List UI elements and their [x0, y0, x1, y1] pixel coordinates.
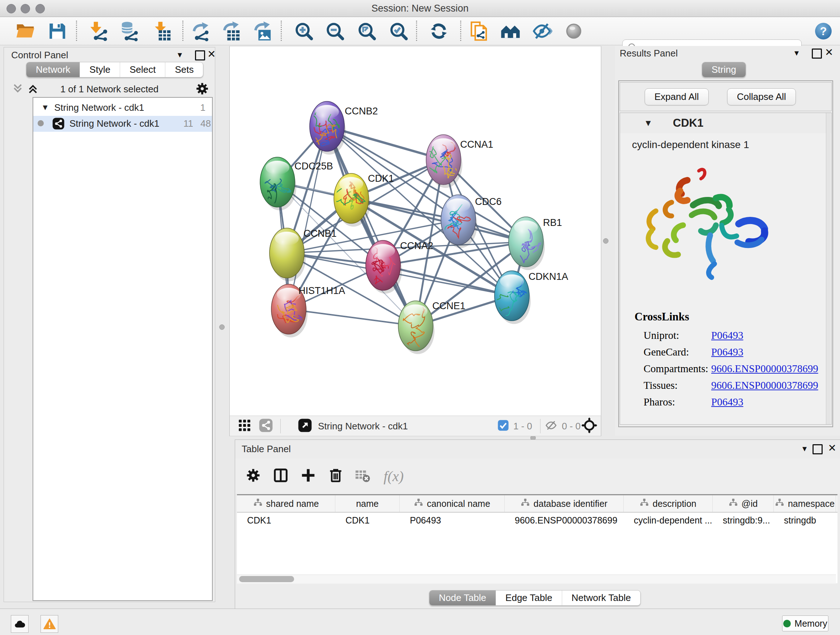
tab-select[interactable]: Select: [120, 62, 165, 77]
network-svg[interactable]: CCNB2CCNA1CDC25BCDK1CDC6RB1CCNB1CCNA2CDK…: [230, 46, 600, 415]
column-header-database-identifier[interactable]: database identifier: [505, 495, 624, 512]
zoom-out-icon[interactable]: [325, 21, 345, 41]
network-collection-row[interactable]: ▼ String Network - cdk1 1: [33, 100, 212, 116]
results-scrollbar[interactable]: [826, 113, 831, 424]
network-node-HIST1H1A[interactable]: HIST1H1A: [271, 284, 345, 337]
zoom-selected-icon[interactable]: [388, 21, 409, 41]
column-header-shared-name[interactable]: shared name: [237, 495, 335, 512]
network-options-gear-icon[interactable]: [195, 81, 210, 97]
string-document-icon[interactable]: [469, 21, 489, 41]
homes-icon[interactable]: [500, 21, 521, 41]
save-session-icon[interactable]: [47, 21, 67, 41]
network-node-CDKN1A[interactable]: CDKN1A: [486, 271, 568, 324]
zoom-fit-icon[interactable]: [357, 21, 377, 41]
delete-column-trash-icon[interactable]: [328, 467, 344, 485]
right-splitter-handle[interactable]: [603, 238, 608, 244]
column-header-canonical-name[interactable]: canonical name: [400, 495, 505, 512]
column-header-@id[interactable]: @id: [713, 495, 774, 512]
help-icon[interactable]: ?: [814, 22, 832, 40]
cloud-status-button[interactable]: [11, 615, 28, 633]
control-panel-tab-bar: NetworkStyleSelectSets: [26, 62, 203, 78]
network-node-RB1[interactable]: RB1: [508, 217, 562, 270]
results-panel-close-icon[interactable]: ✕: [825, 46, 833, 58]
network-share-icon: [52, 117, 65, 133]
import-table-icon[interactable]: [152, 21, 172, 41]
hidden-node-edge-count: 0 - 0: [562, 420, 581, 432]
gene-section-header[interactable]: ▼ CDK1: [620, 113, 831, 133]
warning-status-button[interactable]: [41, 615, 58, 633]
tab-style[interactable]: Style: [80, 62, 120, 77]
table-cell: stringdb:9...: [713, 513, 774, 528]
gene-section: ▼ CDK1 cyclin-dependent kinase 1: [620, 112, 832, 424]
tab-string[interactable]: String: [702, 62, 745, 77]
network-canvas[interactable]: CCNB2CCNA1CDC25BCDK1CDC6RB1CCNB1CCNA2CDK…: [229, 46, 601, 416]
expand-collapse-box: Expand All Collapse All: [620, 82, 832, 111]
import-network-file-icon[interactable]: [88, 21, 109, 41]
network-view-share-icon[interactable]: [259, 418, 273, 434]
show-columns-icon[interactable]: [272, 467, 289, 485]
node-label-CCNE1: CCNE1: [432, 301, 466, 311]
string-results-container: Expand All Collapse All ▼ CDK1 cyclin-de…: [618, 80, 833, 427]
refresh-icon[interactable]: [429, 21, 449, 41]
crosslink-link[interactable]: 9606.ENSP00000378699: [711, 363, 818, 375]
grid-view-icon[interactable]: [238, 418, 251, 434]
network-row-selected[interactable]: String Network - cdk1 11 48: [33, 116, 212, 132]
table-panel-close-icon[interactable]: ✕: [828, 442, 836, 454]
crosslink-link[interactable]: P06493: [711, 396, 744, 408]
tab-sets[interactable]: Sets: [165, 62, 203, 77]
left-splitter-handle[interactable]: [219, 325, 225, 330]
column-header-namespace[interactable]: namespace: [774, 495, 836, 512]
crosslink-label: Pharos:: [644, 396, 675, 408]
crosslinks-list: Uniprot:P06493GeneCard:P06493Compartment…: [644, 329, 824, 413]
crosslink-link[interactable]: 9606.ENSP00000378699: [711, 379, 818, 391]
crosslink-link[interactable]: P06493: [711, 329, 744, 341]
export-image-icon[interactable]: [253, 21, 273, 41]
scrollbar-thumb[interactable]: [239, 576, 294, 582]
open-in-window-icon[interactable]: [298, 418, 312, 434]
table-toolbar: f(x): [235, 459, 840, 494]
table-panel-maximize-icon[interactable]: [813, 444, 823, 454]
control-panel-float-icon[interactable]: ▾: [178, 50, 182, 60]
zoom-in-icon[interactable]: [294, 21, 314, 41]
export-network-icon[interactable]: [191, 21, 211, 41]
tab-network[interactable]: Network: [27, 62, 80, 77]
table-panel-float-icon[interactable]: ▾: [802, 443, 807, 454]
toolbar-separator: [416, 21, 417, 41]
open-session-icon[interactable]: [15, 21, 35, 41]
hidden-eye-slash-icon[interactable]: [545, 419, 557, 433]
tab-network-table[interactable]: Network Table: [562, 591, 640, 605]
create-column-plus-icon[interactable]: [300, 467, 317, 485]
hide-panels-eye-slash-icon[interactable]: [532, 21, 553, 41]
collection-expand-icon[interactable]: ▼: [41, 103, 49, 112]
footer-separator: [540, 419, 540, 433]
column-header-name[interactable]: name: [335, 495, 400, 512]
expand-all-button[interactable]: Expand All: [645, 88, 709, 105]
table-horizontal-scrollbar[interactable]: [237, 575, 836, 584]
crosslink-label: GeneCard:: [644, 346, 689, 358]
column-label: description: [653, 499, 696, 509]
gene-collapse-icon[interactable]: ▼: [644, 118, 653, 128]
fit-content-crosshair-icon[interactable]: [581, 417, 597, 435]
tab-edge-table[interactable]: Edge Table: [496, 591, 562, 605]
tab-node-table[interactable]: Node Table: [429, 591, 496, 605]
results-panel-maximize-icon[interactable]: [812, 49, 822, 59]
network-node-CCNB2[interactable]: CCNB2: [309, 101, 378, 155]
import-network-database-icon[interactable]: [118, 21, 139, 41]
crosslink-link[interactable]: P06493: [711, 346, 744, 358]
crosslink-row: Uniprot:P06493: [644, 329, 824, 346]
column-label: @id: [742, 499, 758, 509]
control-panel-close-icon[interactable]: ✕: [207, 48, 216, 60]
column-label: canonical name: [427, 499, 490, 509]
network-node-CCNE1[interactable]: CCNE1: [398, 301, 466, 354]
network-node-CCNA1[interactable]: CCNA1: [425, 135, 493, 188]
results-panel-float-icon[interactable]: ▾: [794, 48, 799, 58]
selected-checkbox-icon[interactable]: [497, 420, 509, 432]
table-options-gear-icon[interactable]: [245, 467, 261, 485]
control-panel-maximize-icon[interactable]: [195, 50, 205, 60]
export-table-icon[interactable]: [221, 21, 242, 41]
network-node-CCNB1[interactable]: CCNB1: [270, 228, 337, 281]
column-header-description[interactable]: description: [624, 495, 713, 512]
collapse-all-button[interactable]: Collapse All: [727, 88, 796, 105]
memory-button[interactable]: Memory: [782, 616, 829, 631]
table-row[interactable]: CDK1CDK1P064939606.ENSP00000378699cyclin…: [237, 513, 837, 528]
